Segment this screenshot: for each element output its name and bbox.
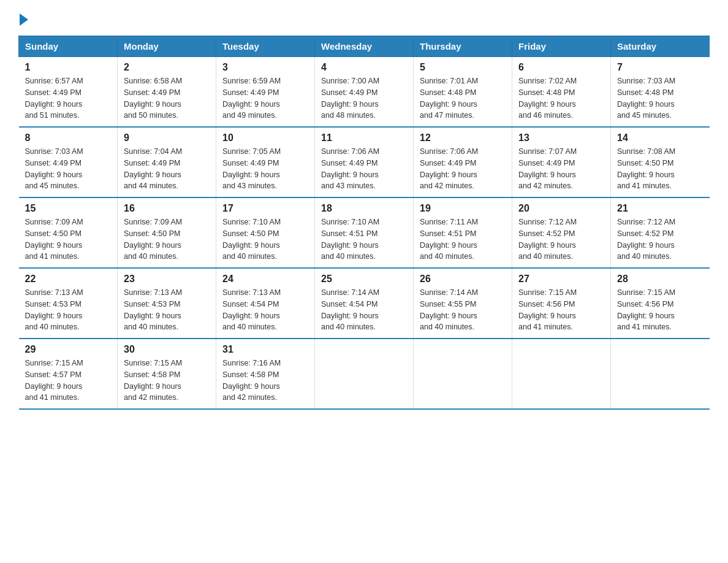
calendar-cell: 9 Sunrise: 7:04 AMSunset: 4:49 PMDayligh… <box>118 127 216 197</box>
calendar-cell: 29 Sunrise: 7:15 AMSunset: 4:57 PMDaylig… <box>19 339 118 409</box>
calendar-cell: 24 Sunrise: 7:13 AMSunset: 4:54 PMDaylig… <box>216 268 315 339</box>
day-number: 16 <box>124 203 210 214</box>
day-info: Sunrise: 7:08 AMSunset: 4:50 PMDaylight:… <box>617 146 703 192</box>
day-number: 4 <box>321 62 407 73</box>
calendar-cell: 31 Sunrise: 7:16 AMSunset: 4:58 PMDaylig… <box>216 339 315 409</box>
calendar-cell <box>611 339 710 409</box>
calendar-cell: 8 Sunrise: 7:03 AMSunset: 4:49 PMDayligh… <box>19 127 118 197</box>
day-info: Sunrise: 7:12 AMSunset: 4:52 PMDaylight:… <box>518 216 604 262</box>
calendar-table: SundayMondayTuesdayWednesdayThursdayFrid… <box>18 36 710 410</box>
day-info: Sunrise: 7:16 AMSunset: 4:58 PMDaylight:… <box>222 358 308 404</box>
day-info: Sunrise: 7:10 AMSunset: 4:51 PMDaylight:… <box>321 216 407 262</box>
column-header-monday: Monday <box>118 36 216 57</box>
day-info: Sunrise: 7:13 AMSunset: 4:53 PMDaylight:… <box>124 287 210 333</box>
day-info: Sunrise: 6:58 AMSunset: 4:49 PMDaylight:… <box>124 75 210 121</box>
day-info: Sunrise: 7:05 AMSunset: 4:49 PMDaylight:… <box>222 146 308 192</box>
day-number: 12 <box>420 132 506 144</box>
calendar-week-row: 22 Sunrise: 7:13 AMSunset: 4:53 PMDaylig… <box>19 268 710 339</box>
calendar-cell: 11 Sunrise: 7:06 AMSunset: 4:49 PMDaylig… <box>315 127 414 197</box>
column-header-saturday: Saturday <box>611 36 710 57</box>
day-info: Sunrise: 7:11 AMSunset: 4:51 PMDaylight:… <box>420 216 506 262</box>
day-number: 15 <box>25 203 112 214</box>
calendar-cell: 23 Sunrise: 7:13 AMSunset: 4:53 PMDaylig… <box>118 268 216 339</box>
day-info: Sunrise: 7:09 AMSunset: 4:50 PMDaylight:… <box>124 216 210 262</box>
calendar-week-row: 15 Sunrise: 7:09 AMSunset: 4:50 PMDaylig… <box>19 197 710 268</box>
calendar-cell: 16 Sunrise: 7:09 AMSunset: 4:50 PMDaylig… <box>118 197 216 268</box>
calendar-cell: 20 Sunrise: 7:12 AMSunset: 4:52 PMDaylig… <box>512 197 611 268</box>
calendar-cell: 4 Sunrise: 7:00 AMSunset: 4:49 PMDayligh… <box>315 57 414 128</box>
day-number: 21 <box>617 203 703 214</box>
day-info: Sunrise: 7:14 AMSunset: 4:54 PMDaylight:… <box>321 287 407 333</box>
column-header-wednesday: Wednesday <box>315 36 414 57</box>
day-number: 28 <box>617 274 703 285</box>
day-info: Sunrise: 7:13 AMSunset: 4:54 PMDaylight:… <box>222 287 308 333</box>
day-info: Sunrise: 7:04 AMSunset: 4:49 PMDaylight:… <box>124 146 210 192</box>
page-header <box>18 12 710 23</box>
day-number: 23 <box>124 274 210 285</box>
day-info: Sunrise: 7:09 AMSunset: 4:50 PMDaylight:… <box>25 216 112 262</box>
calendar-cell: 18 Sunrise: 7:10 AMSunset: 4:51 PMDaylig… <box>315 197 414 268</box>
day-info: Sunrise: 7:03 AMSunset: 4:48 PMDaylight:… <box>617 75 703 121</box>
column-header-thursday: Thursday <box>414 36 512 57</box>
calendar-cell: 15 Sunrise: 7:09 AMSunset: 4:50 PMDaylig… <box>19 197 118 268</box>
calendar-cell: 3 Sunrise: 6:59 AMSunset: 4:49 PMDayligh… <box>216 57 315 128</box>
day-number: 3 <box>222 62 308 73</box>
day-number: 17 <box>222 203 308 214</box>
day-number: 14 <box>617 132 703 144</box>
calendar-cell: 19 Sunrise: 7:11 AMSunset: 4:51 PMDaylig… <box>414 197 512 268</box>
day-info: Sunrise: 7:06 AMSunset: 4:49 PMDaylight:… <box>420 146 506 192</box>
day-number: 30 <box>124 344 210 355</box>
day-number: 19 <box>420 203 506 214</box>
day-number: 24 <box>222 274 308 285</box>
calendar-cell: 26 Sunrise: 7:14 AMSunset: 4:55 PMDaylig… <box>414 268 512 339</box>
day-info: Sunrise: 7:06 AMSunset: 4:49 PMDaylight:… <box>321 146 407 192</box>
day-info: Sunrise: 7:02 AMSunset: 4:48 PMDaylight:… <box>518 75 604 121</box>
column-header-sunday: Sunday <box>19 36 118 57</box>
calendar-cell <box>414 339 512 409</box>
day-number: 8 <box>25 132 112 144</box>
calendar-cell: 10 Sunrise: 7:05 AMSunset: 4:49 PMDaylig… <box>216 127 315 197</box>
calendar-cell <box>315 339 414 409</box>
logo-arrow-icon <box>20 13 28 26</box>
day-number: 2 <box>124 62 210 73</box>
calendar-cell: 13 Sunrise: 7:07 AMSunset: 4:49 PMDaylig… <box>512 127 611 197</box>
day-number: 11 <box>321 132 407 144</box>
calendar-cell: 28 Sunrise: 7:15 AMSunset: 4:56 PMDaylig… <box>611 268 710 339</box>
day-number: 18 <box>321 203 407 214</box>
day-info: Sunrise: 7:15 AMSunset: 4:56 PMDaylight:… <box>518 287 604 333</box>
day-number: 5 <box>420 62 506 73</box>
day-info: Sunrise: 7:07 AMSunset: 4:49 PMDaylight:… <box>518 146 604 192</box>
day-number: 29 <box>25 344 112 355</box>
day-info: Sunrise: 7:15 AMSunset: 4:58 PMDaylight:… <box>124 358 210 404</box>
day-info: Sunrise: 7:14 AMSunset: 4:55 PMDaylight:… <box>420 287 506 333</box>
day-number: 20 <box>518 203 604 214</box>
day-number: 7 <box>617 62 703 73</box>
calendar-cell: 12 Sunrise: 7:06 AMSunset: 4:49 PMDaylig… <box>414 127 512 197</box>
calendar-header-row: SundayMondayTuesdayWednesdayThursdayFrid… <box>19 36 710 57</box>
day-number: 22 <box>25 274 112 285</box>
calendar-week-row: 29 Sunrise: 7:15 AMSunset: 4:57 PMDaylig… <box>19 339 710 409</box>
day-number: 27 <box>518 274 604 285</box>
day-info: Sunrise: 7:15 AMSunset: 4:57 PMDaylight:… <box>25 358 112 404</box>
calendar-cell: 30 Sunrise: 7:15 AMSunset: 4:58 PMDaylig… <box>118 339 216 409</box>
calendar-cell: 7 Sunrise: 7:03 AMSunset: 4:48 PMDayligh… <box>611 57 710 128</box>
column-header-friday: Friday <box>512 36 611 57</box>
day-info: Sunrise: 6:59 AMSunset: 4:49 PMDaylight:… <box>222 75 308 121</box>
logo <box>18 12 28 23</box>
calendar-cell: 27 Sunrise: 7:15 AMSunset: 4:56 PMDaylig… <box>512 268 611 339</box>
day-number: 13 <box>518 132 604 144</box>
calendar-cell: 17 Sunrise: 7:10 AMSunset: 4:50 PMDaylig… <box>216 197 315 268</box>
day-info: Sunrise: 7:10 AMSunset: 4:50 PMDaylight:… <box>222 216 308 262</box>
day-number: 6 <box>518 62 604 73</box>
day-number: 31 <box>222 344 308 355</box>
day-info: Sunrise: 7:00 AMSunset: 4:49 PMDaylight:… <box>321 75 407 121</box>
calendar-week-row: 8 Sunrise: 7:03 AMSunset: 4:49 PMDayligh… <box>19 127 710 197</box>
calendar-cell: 5 Sunrise: 7:01 AMSunset: 4:48 PMDayligh… <box>414 57 512 128</box>
calendar-cell: 21 Sunrise: 7:12 AMSunset: 4:52 PMDaylig… <box>611 197 710 268</box>
day-number: 9 <box>124 132 210 144</box>
day-number: 1 <box>25 62 112 73</box>
day-info: Sunrise: 7:03 AMSunset: 4:49 PMDaylight:… <box>25 146 112 192</box>
calendar-cell <box>512 339 611 409</box>
day-number: 10 <box>222 132 308 144</box>
column-header-tuesday: Tuesday <box>216 36 315 57</box>
